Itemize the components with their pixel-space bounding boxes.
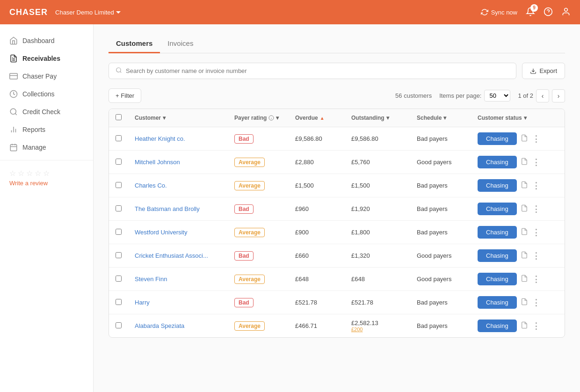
- more-menu-6[interactable]: ⋮: [532, 274, 541, 284]
- help-icon-button[interactable]: [544, 7, 553, 18]
- company-selector[interactable]: Chaser Demo Limited: [55, 9, 121, 16]
- doc-icon-7[interactable]: [521, 298, 528, 307]
- doc-icon-5[interactable]: [521, 251, 528, 261]
- sidebar-item-dashboard[interactable]: Dashboard: [0, 32, 93, 50]
- more-menu-0[interactable]: ⋮: [532, 134, 541, 144]
- star-rating[interactable]: ☆ ☆ ☆ ☆ ☆: [0, 164, 93, 180]
- chasing-button-0[interactable]: Chasing: [478, 132, 517, 145]
- customer-link-4[interactable]: Westford University: [135, 229, 187, 236]
- outstanding-cell: £1,320: [345, 244, 410, 268]
- row-checkbox-4[interactable]: [116, 229, 122, 235]
- payer-badge-5: Bad: [234, 251, 254, 261]
- doc-icon-1[interactable]: [521, 158, 528, 167]
- row-checkbox-3[interactable]: [116, 205, 122, 211]
- main-content: Customers Invoices Export + Filter: [94, 24, 580, 392]
- customer-link-1[interactable]: Mitchell Johnson: [135, 159, 180, 166]
- row-checkbox-cell: [109, 174, 128, 197]
- more-menu-3[interactable]: ⋮: [532, 204, 541, 214]
- col-header-overdue[interactable]: Overdue ▲: [289, 109, 345, 127]
- chasing-button-5[interactable]: Chasing: [478, 249, 517, 262]
- customer-link-2[interactable]: Charles Co.: [135, 182, 167, 189]
- export-button[interactable]: Export: [522, 63, 565, 79]
- outstanding-cell: £1,800: [345, 221, 410, 244]
- sync-label: Sync now: [491, 9, 517, 16]
- chasing-button-8[interactable]: Chasing: [478, 319, 517, 332]
- doc-icon-6[interactable]: [521, 275, 528, 284]
- notification-bell[interactable]: 9: [526, 7, 535, 18]
- page-tabs: Customers Invoices: [109, 36, 565, 53]
- star-2[interactable]: ☆: [18, 169, 24, 178]
- customer-link-7[interactable]: Harry: [135, 299, 150, 306]
- svg-line-9: [15, 113, 16, 115]
- chasing-button-3[interactable]: Chasing: [478, 203, 517, 215]
- doc-icon-4[interactable]: [521, 228, 528, 237]
- user-profile-button[interactable]: [561, 7, 571, 18]
- customer-link-0[interactable]: Heather Knight co.: [135, 135, 185, 142]
- star-1[interactable]: ☆: [9, 169, 16, 178]
- star-4[interactable]: ☆: [35, 169, 41, 178]
- col-header-outstanding[interactable]: Outstanding ▾: [345, 109, 410, 127]
- chasing-button-2[interactable]: Chasing: [478, 179, 517, 192]
- sidebar-item-credit-check[interactable]: Credit Check: [0, 103, 93, 121]
- tab-customers[interactable]: Customers: [109, 36, 160, 53]
- payer-rating-cell: Average: [228, 268, 289, 291]
- row-actions: Chasing ⋮: [478, 296, 558, 309]
- write-review-link[interactable]: Write a review: [0, 180, 93, 187]
- row-checkbox-1[interactable]: [116, 159, 122, 165]
- payer-badge-7: Bad: [234, 298, 254, 307]
- doc-icon-0[interactable]: [521, 134, 528, 144]
- col-header-customer-status[interactable]: Customer status ▾: [471, 109, 565, 127]
- chasing-button-7[interactable]: Chasing: [478, 296, 517, 309]
- overdue-cell: £466.71: [289, 314, 345, 338]
- tab-invoices[interactable]: Invoices: [160, 36, 201, 53]
- row-checkbox-5[interactable]: [116, 252, 122, 258]
- sync-button[interactable]: Sync now: [481, 8, 517, 16]
- more-menu-1[interactable]: ⋮: [532, 157, 541, 167]
- doc-icon-2[interactable]: [521, 181, 528, 190]
- star-5[interactable]: ☆: [43, 169, 50, 178]
- customer-link-5[interactable]: Cricket Enthusiast Associ...: [135, 252, 208, 259]
- customer-name-cell: Westford University: [128, 221, 228, 244]
- row-checkbox-6[interactable]: [116, 276, 122, 282]
- search-input[interactable]: [126, 63, 509, 79]
- more-menu-7[interactable]: ⋮: [532, 298, 541, 308]
- row-checkbox-8[interactable]: [116, 322, 122, 328]
- chasing-button-4[interactable]: Chasing: [478, 226, 517, 239]
- row-checkbox-cell: [109, 291, 128, 314]
- more-menu-5[interactable]: ⋮: [532, 251, 541, 261]
- chasing-button-1[interactable]: Chasing: [478, 156, 517, 168]
- row-checkbox-cell: [109, 314, 128, 338]
- search-box[interactable]: [109, 63, 516, 79]
- sidebar-item-collections[interactable]: Collections: [0, 85, 93, 103]
- more-menu-2[interactable]: ⋮: [532, 181, 541, 191]
- col-header-customer[interactable]: Customer ▾: [128, 109, 228, 127]
- row-checkbox-2[interactable]: [116, 182, 122, 188]
- sidebar-item-receivables[interactable]: Receivables: [0, 50, 93, 67]
- filter-button[interactable]: + Filter: [109, 88, 141, 103]
- payer-rating-cell: Bad: [228, 244, 289, 268]
- customer-link-3[interactable]: The Batsman and Brolly: [135, 205, 200, 212]
- payer-badge-0: Bad: [234, 134, 254, 144]
- doc-icon-3[interactable]: [521, 204, 528, 214]
- select-all-checkbox[interactable]: [116, 114, 122, 120]
- prev-page-button[interactable]: ‹: [536, 89, 549, 102]
- toolbar-right: 56 customers Items per page: 50 25 100 1…: [395, 89, 565, 102]
- col-header-payer-rating[interactable]: Payer rating ▾: [228, 109, 289, 127]
- sidebar-item-chaser-pay[interactable]: Chaser Pay: [0, 67, 93, 85]
- chasing-button-6[interactable]: Chasing: [478, 273, 517, 285]
- customer-link-6[interactable]: Steven Finn: [135, 276, 167, 283]
- filter-label: + Filter: [116, 92, 134, 99]
- sidebar-item-manage[interactable]: Manage: [0, 138, 93, 156]
- star-3[interactable]: ☆: [26, 169, 33, 178]
- row-checkbox-0[interactable]: [116, 135, 122, 141]
- row-checkbox-7[interactable]: [116, 299, 122, 305]
- more-menu-4[interactable]: ⋮: [532, 227, 541, 238]
- doc-icon-8[interactable]: [521, 321, 528, 331]
- col-header-schedule[interactable]: Schedule ▾: [410, 109, 471, 127]
- next-page-button[interactable]: ›: [552, 89, 565, 102]
- more-menu-8[interactable]: ⋮: [532, 321, 541, 331]
- customer-link-8[interactable]: Alabarda Speziata: [135, 322, 184, 329]
- sidebar-item-reports[interactable]: Reports: [0, 121, 93, 138]
- items-per-page-select[interactable]: 50 25 100: [484, 90, 510, 102]
- status-cell: Chasing ⋮: [471, 151, 565, 174]
